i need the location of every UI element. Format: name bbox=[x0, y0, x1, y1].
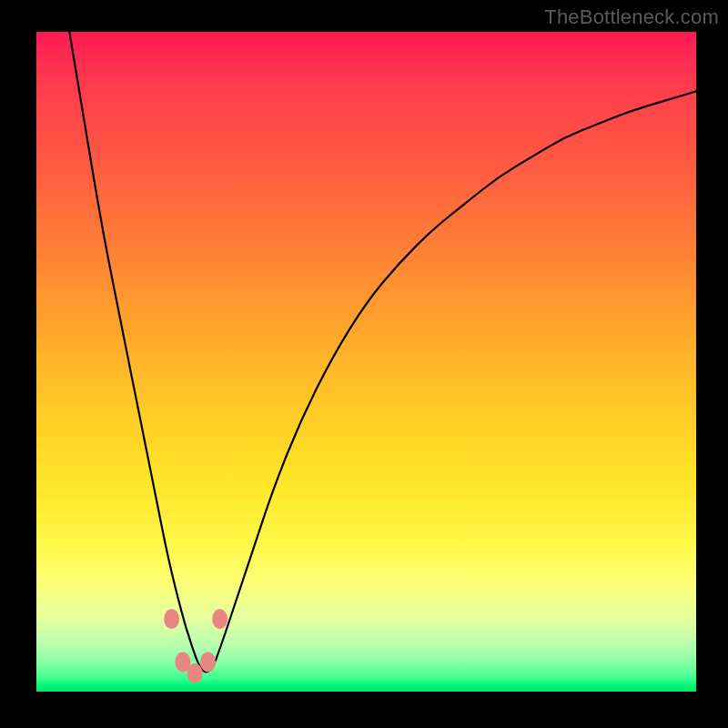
curve-layer bbox=[36, 32, 696, 692]
attribution-text: TheBottleneck.com bbox=[544, 5, 719, 29]
bottleneck-curve bbox=[69, 32, 696, 672]
curve-marker bbox=[164, 609, 179, 629]
chart-frame: TheBottleneck.com bbox=[0, 0, 728, 728]
curve-markers bbox=[164, 609, 228, 682]
curve-marker bbox=[200, 652, 216, 672]
curve-marker bbox=[212, 609, 228, 629]
plot-area bbox=[36, 32, 696, 692]
curve-marker bbox=[187, 663, 203, 683]
